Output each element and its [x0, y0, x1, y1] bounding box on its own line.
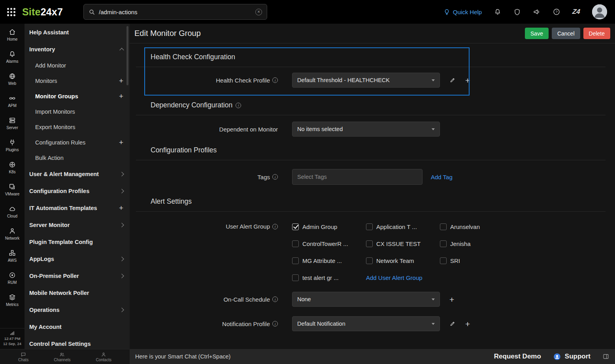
checkbox[interactable]	[366, 223, 373, 230]
sidebar-item-user-alert-management[interactable]: User & Alert Management	[25, 165, 130, 182]
announcements-megaphone-icon[interactable]	[533, 8, 541, 16]
signal-meter-icon[interactable]	[9, 330, 16, 336]
sidebar-item-help-assistant[interactable]: Help Assistant	[25, 24, 130, 41]
tags-input[interactable]	[292, 169, 423, 185]
alert-group-option[interactable]: Arunselvan	[440, 223, 514, 231]
add-tag-link[interactable]: Add Tag	[431, 174, 453, 180]
alert-group-option[interactable]: Network Team	[366, 257, 440, 265]
on-call-schedule-dropdown[interactable]: None	[292, 292, 440, 307]
info-icon[interactable]	[272, 224, 278, 229]
quick-help-button[interactable]: Quick Help	[443, 9, 482, 15]
rail-item-aws[interactable]: AWS	[0, 245, 25, 267]
rail-item-vmware[interactable]: VMware	[0, 178, 25, 201]
checkbox[interactable]	[292, 240, 299, 247]
plus-icon[interactable]	[119, 139, 123, 146]
rail-item-home[interactable]: Home	[0, 24, 25, 46]
help-question-icon[interactable]: ?	[553, 8, 560, 16]
add-on-call-schedule-plus-icon[interactable]	[449, 295, 454, 304]
rail-item-cloud[interactable]: Cloud	[0, 201, 25, 223]
checkbox[interactable]	[440, 257, 447, 264]
sidebar-item-monitor-groups[interactable]: Monitor Groups	[25, 88, 130, 104]
checkbox[interactable]	[292, 223, 299, 230]
alert-group-option[interactable]: Admin Group	[292, 223, 366, 231]
shield-icon[interactable]	[513, 8, 521, 16]
plus-icon[interactable]	[119, 92, 123, 100]
add-health-profile-plus-icon[interactable]	[465, 76, 470, 84]
rail-item-server[interactable]: Server	[0, 112, 25, 134]
zoho-24-icon[interactable]: Z4	[572, 8, 581, 16]
sidebar-item-plugin-template-config[interactable]: Plugin Template Config	[25, 233, 130, 250]
add-notification-profile-plus-icon[interactable]	[465, 320, 470, 328]
sidebar-item-applogs[interactable]: AppLogs	[25, 250, 130, 267]
alert-group-option[interactable]: SRI	[440, 257, 514, 265]
health-check-profile-dropdown[interactable]: Default Threshold - HEALTHCHECK	[292, 73, 440, 88]
rail-item-web[interactable]: Web	[0, 68, 25, 90]
notification-profile-dropdown[interactable]: Default Notification	[292, 316, 440, 331]
sidebar-item-operations[interactable]: Operations	[25, 301, 130, 318]
rail-item-apm[interactable]: APM	[0, 90, 25, 112]
checkbox[interactable]	[292, 257, 299, 264]
dock-item-chats[interactable]: Chats	[18, 352, 28, 362]
alert-group-option[interactable]: ControlTowerR ...	[292, 240, 366, 248]
alert-group-option[interactable]: test alert gr ...	[292, 274, 366, 281]
checkbox[interactable]	[440, 223, 447, 230]
sidebar-item-export-monitors[interactable]: Export Monitors	[25, 119, 130, 135]
smart-chat-trigger[interactable]: Here is your Smart Chat (Ctrl+Space)	[135, 353, 230, 360]
sidebar-item-import-monitors[interactable]: Import Monitors	[25, 104, 130, 119]
sidebar-item-monitors[interactable]: Monitors	[25, 73, 130, 88]
rail-item-network[interactable]: Network	[0, 223, 25, 245]
notifications-bell-icon[interactable]	[494, 8, 502, 16]
alert-group-option[interactable]: Application T ...	[366, 223, 440, 231]
info-icon[interactable]	[272, 174, 278, 180]
brand-logo[interactable]: Site24x7	[22, 6, 63, 18]
checkbox[interactable]	[366, 240, 373, 247]
alert-group-option[interactable]: MG Attribute ...	[292, 257, 366, 265]
dependent-on-monitor-dropdown[interactable]: No items selected	[292, 122, 440, 137]
rail-item-metrics[interactable]: Metrics	[0, 289, 25, 311]
sidebar-item-bulk-action[interactable]: Bulk Action	[25, 150, 130, 165]
rail-item-plugins[interactable]: Plugins	[0, 134, 25, 156]
alert-group-option[interactable]: CX ISSUE TEST	[366, 240, 440, 248]
dock-item-channels[interactable]: Channels	[54, 352, 70, 362]
rail-item-alarms[interactable]: Alarms	[0, 46, 25, 68]
dock-item-contacts[interactable]: Contacts	[96, 352, 111, 362]
checkbox[interactable]	[292, 274, 299, 281]
sidebar-item-inventory[interactable]: Inventory	[25, 41, 130, 58]
rail-item-rum[interactable]: RUM	[0, 267, 25, 289]
sidebar-item-add-monitor[interactable]: Add Monitor	[25, 58, 130, 73]
save-button[interactable]: Save	[525, 28, 549, 39]
request-demo-link[interactable]: Request Demo	[494, 353, 541, 360]
add-user-alert-group-link[interactable]: Add User Alert Group	[366, 274, 423, 281]
cancel-button[interactable]: Cancel	[552, 28, 580, 39]
global-search[interactable]	[83, 4, 267, 20]
delete-button[interactable]: Delete	[583, 28, 610, 39]
rail-item-k8s[interactable]: K8s	[0, 156, 25, 178]
plus-icon[interactable]	[119, 77, 123, 84]
clear-search-icon[interactable]	[255, 9, 262, 15]
info-icon[interactable]	[236, 103, 241, 108]
info-icon[interactable]	[272, 321, 278, 326]
search-input[interactable]	[99, 9, 252, 15]
sidebar-item-configuration-rules[interactable]: Configuration Rules	[25, 135, 130, 150]
sidebar-item-my-account[interactable]: My Account	[25, 318, 130, 335]
app-grid-icon[interactable]	[7, 8, 15, 16]
sidebar-item-server-monitor[interactable]: Server Monitor	[25, 216, 130, 233]
sidebar-scrollbar[interactable]	[126, 26, 128, 85]
info-icon[interactable]	[272, 296, 278, 302]
support-link[interactable]: Support	[553, 353, 590, 361]
checkbox[interactable]	[440, 240, 447, 247]
on-call-schedule-label: On-Call Schedule	[223, 296, 270, 303]
edit-notification-profile-pencil-icon[interactable]	[449, 321, 456, 327]
sidebar-item-it-automation-templates[interactable]: IT Automation Templates	[25, 199, 130, 216]
plus-icon[interactable]	[119, 204, 123, 212]
checkbox[interactable]	[366, 257, 373, 264]
sidebar-item-mobile-network-poller[interactable]: Mobile Network Poller	[25, 284, 130, 301]
user-avatar[interactable]	[592, 4, 607, 19]
info-icon[interactable]	[272, 77, 278, 83]
edit-health-profile-pencil-icon[interactable]	[449, 77, 456, 83]
sidebar-item-configuration-profiles[interactable]: Configuration Profiles	[25, 182, 130, 199]
sidebar-item-control-panel-settings[interactable]: Control Panel Settings	[25, 335, 130, 349]
alert-group-option[interactable]: Jenisha	[440, 240, 514, 248]
smart-chat-panel-icon[interactable]	[602, 353, 609, 360]
sidebar-item-on-premise-poller[interactable]: On-Premise Poller	[25, 267, 130, 284]
